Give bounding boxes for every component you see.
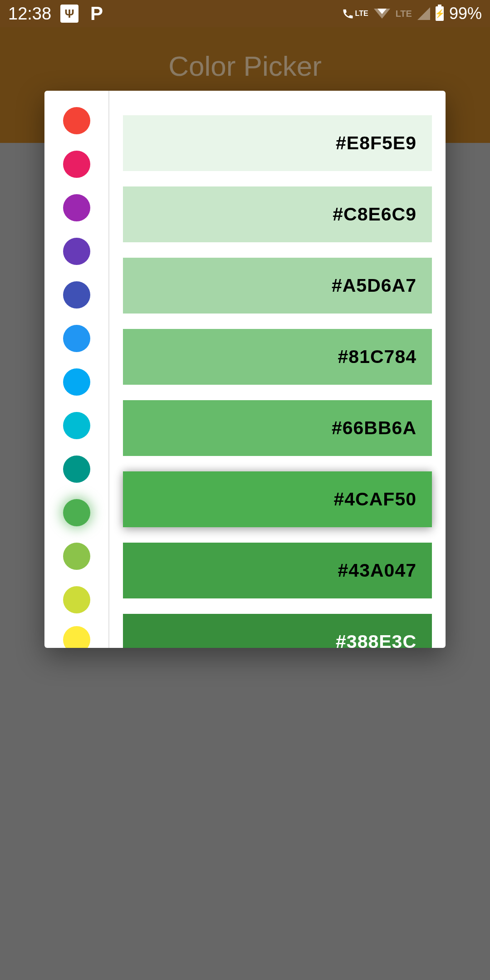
shade-column[interactable]: #E8F5E9#C8E6C9#A5D6A7#81C784#66BB6A#4CAF… bbox=[109, 91, 446, 648]
hue-swatch-yellow[interactable] bbox=[63, 626, 90, 648]
hue-swatch-cyan[interactable] bbox=[63, 412, 90, 439]
signal-icon bbox=[417, 7, 430, 20]
hue-swatch-indigo[interactable] bbox=[63, 281, 90, 309]
hue-swatch-lime[interactable] bbox=[63, 586, 90, 613]
color-picker-dialog: #E8F5E9#C8E6C9#A5D6A7#81C784#66BB6A#4CAF… bbox=[44, 91, 446, 648]
battery-icon: ⚡ bbox=[436, 6, 444, 21]
hue-swatch-light-green[interactable] bbox=[63, 543, 90, 570]
phone-lte-icon: LTE bbox=[342, 7, 368, 20]
status-time: 12:38 bbox=[8, 4, 51, 24]
shade-hex-label: #388E3C bbox=[336, 631, 416, 648]
hue-swatch-light-blue[interactable] bbox=[63, 368, 90, 396]
shade-hex-label: #66BB6A bbox=[332, 417, 416, 439]
usb-icon: Ψ bbox=[60, 5, 78, 23]
shade-row[interactable]: #4CAF50 bbox=[123, 471, 432, 527]
shade-hex-label: #81C784 bbox=[338, 346, 416, 368]
battery-charging-icon: ⚡ bbox=[435, 9, 445, 19]
shade-row[interactable]: #E8F5E9 bbox=[123, 115, 432, 171]
battery-percentage: 99% bbox=[449, 4, 482, 23]
hue-column[interactable] bbox=[44, 91, 109, 648]
shade-hex-label: #43A047 bbox=[338, 560, 416, 581]
parking-icon: P bbox=[88, 5, 106, 23]
hue-swatch-red[interactable] bbox=[63, 107, 90, 134]
shade-row[interactable]: #66BB6A bbox=[123, 400, 432, 456]
shade-row[interactable]: #43A047 bbox=[123, 543, 432, 598]
hue-swatch-deep-purple[interactable] bbox=[63, 238, 90, 265]
status-bar: 12:38 Ψ P LTE LTE ⚡ 99% bbox=[0, 0, 490, 27]
lte-label: LTE bbox=[355, 10, 368, 18]
status-right: LTE LTE ⚡ 99% bbox=[342, 4, 482, 23]
shade-hex-label: #C8E6C9 bbox=[333, 204, 416, 225]
shade-row[interactable]: #388E3C bbox=[123, 614, 432, 648]
shade-row[interactable]: #C8E6C9 bbox=[123, 186, 432, 242]
shade-row[interactable]: #81C784 bbox=[123, 329, 432, 385]
wifi-icon bbox=[374, 9, 390, 19]
status-left: 12:38 Ψ P bbox=[8, 4, 106, 24]
shade-hex-label: #A5D6A7 bbox=[332, 275, 416, 296]
shade-hex-label: #4CAF50 bbox=[334, 489, 416, 510]
hue-swatch-green[interactable] bbox=[63, 499, 90, 526]
hue-swatch-purple[interactable] bbox=[63, 194, 90, 221]
shade-row[interactable]: #A5D6A7 bbox=[123, 258, 432, 314]
shade-hex-label: #E8F5E9 bbox=[336, 132, 416, 154]
hue-swatch-pink[interactable] bbox=[63, 151, 90, 178]
lte-label-dim: LTE bbox=[396, 9, 412, 19]
hue-swatch-teal[interactable] bbox=[63, 456, 90, 483]
hue-swatch-blue[interactable] bbox=[63, 325, 90, 352]
